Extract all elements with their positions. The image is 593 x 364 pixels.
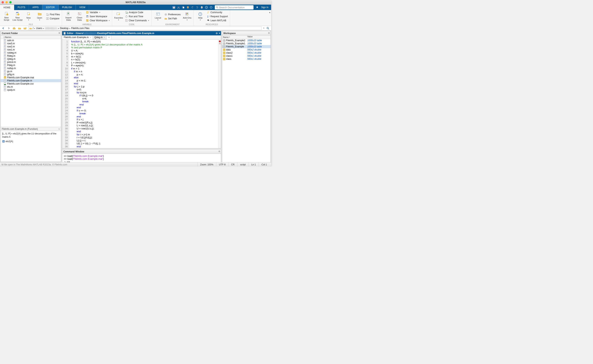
toolstrip-collapse-icon[interactable]: ▴ (269, 11, 270, 13)
statusbar-zoom[interactable]: Zoom: 100% (197, 162, 216, 167)
layout-button[interactable]: Layout▼ (153, 10, 163, 22)
new-button[interactable]: New▼ (23, 10, 34, 22)
close-tab-icon[interactable]: × (90, 36, 91, 39)
close-tab-icon[interactable]: × (104, 36, 105, 39)
addons-button[interactable]: Add-Ons▼ (182, 10, 193, 22)
nav-forward-icon[interactable] (7, 26, 11, 30)
add-tab-button[interactable]: + (107, 35, 111, 39)
preferences-button[interactable]: Preferences (164, 13, 182, 16)
svg-rect-70 (4, 61, 6, 63)
path-dropdown-icon[interactable]: ▼ (263, 27, 264, 29)
save-icon[interactable] (172, 5, 176, 9)
help-icon[interactable]: ? (204, 5, 209, 9)
settings-icon[interactable] (209, 5, 213, 9)
minimize-window-button[interactable] (5, 1, 8, 3)
undo-icon[interactable] (190, 5, 195, 9)
file-item[interactable]: elu.m (0, 85, 61, 88)
editor-close-icon[interactable]: × (219, 32, 220, 35)
panel-menu-icon[interactable]: ⊙ (268, 32, 270, 34)
error-marker[interactable] (219, 44, 221, 44)
request-support-link[interactable]: ?Request Support (206, 14, 229, 18)
editor-tab[interactable]: Qdeg.m× (93, 35, 107, 39)
tab-editor[interactable]: EDITOR (42, 5, 58, 10)
panel-menu-icon[interactable]: ⊙ (59, 32, 60, 34)
error-indicator-icon[interactable] (219, 40, 221, 42)
current-folder-column-header[interactable]: □ Name ▴ (0, 35, 61, 39)
file-item[interactable]: FileInfo.com Example.m (0, 79, 61, 82)
editor-tab[interactable]: FileInfo.com Example.m× (62, 35, 93, 39)
file-item[interactable]: soln.m (0, 39, 61, 42)
file-item[interactable]: cpoly.m (0, 88, 61, 91)
maximize-window-button[interactable] (9, 1, 12, 3)
statusbar-encoding[interactable]: UTF-8 (216, 162, 228, 167)
file-item[interactable]: row1.m (0, 48, 61, 51)
nav-up-folder-icon[interactable] (12, 26, 16, 30)
svg-rect-7 (188, 6, 188, 6)
path-search-icon[interactable] (266, 26, 270, 30)
file-item[interactable]: grfig.m (0, 73, 61, 76)
cut-icon[interactable] (176, 5, 181, 9)
file-item[interactable]: Rdeg.m (0, 54, 61, 58)
set-path-button[interactable]: Set Path (164, 17, 182, 20)
print-icon[interactable] (200, 5, 204, 9)
file-item[interactable]: FileInfo.com Example.mat (0, 76, 61, 79)
workspace-variable[interactable]: data560x2 double (222, 48, 270, 51)
file-item[interactable]: pvtcol.m (0, 60, 61, 64)
save-workspace-button[interactable]: Save Workspace (85, 14, 111, 18)
clear-commands-button[interactable]: Clear Commands ▼ (124, 19, 150, 22)
editor-menu-icon[interactable]: ⊙ (216, 32, 218, 35)
svg-rect-85 (223, 39, 225, 41)
workspace-columns[interactable]: Name ▾ Value (222, 35, 270, 39)
workspace-variable[interactable]: FileInfo_Example11000x10 table (222, 42, 270, 45)
workspace-variable[interactable]: FileInfo_Example1000x10 table (222, 45, 270, 48)
editor-body[interactable]: 1234567891011121314151617181920212223242… (62, 40, 221, 148)
nav-back-icon[interactable] (1, 26, 5, 30)
clean-data-button[interactable]: Clean Data (74, 10, 85, 22)
learn-matlab-link[interactable]: Learn MATLAB (206, 19, 229, 22)
statusbar-language[interactable]: script (237, 162, 249, 167)
file-item[interactable]: row2.m (0, 45, 61, 48)
compare-button[interactable]: Compare (45, 17, 61, 20)
workspace-variable[interactable]: class560x1 double (222, 58, 270, 60)
notifications-icon[interactable] (255, 5, 259, 9)
variable-dropdown[interactable]: Variable ▼ (85, 10, 111, 14)
tab-home[interactable]: HOME (0, 5, 14, 10)
panel-menu-icon[interactable]: ⊙ (218, 150, 220, 153)
tab-publish[interactable]: PUBLISH (59, 5, 76, 10)
find-files-button[interactable]: Find Files (45, 13, 61, 16)
search-documentation-input[interactable]: Search Documentation (215, 5, 254, 9)
analyze-code-button[interactable]: Analyze Code (124, 10, 150, 14)
file-item[interactable]: nullsp.m (0, 67, 61, 70)
close-window-button[interactable] (1, 1, 4, 3)
clear-workspace-button[interactable]: Clear Workspace ▼ (85, 19, 111, 22)
open-button[interactable]: Open▼ (34, 10, 45, 22)
new-script-button[interactable]: +New Script (1, 10, 12, 22)
nav-browse-icon[interactable] (23, 26, 27, 30)
detail-function-signature[interactable]: fxelu2(A) (2, 140, 60, 143)
copy-icon[interactable] (181, 5, 185, 9)
file-item[interactable]: Pdeg.m (0, 64, 61, 67)
sign-in-link[interactable]: Sign In (260, 6, 270, 9)
paste-icon[interactable] (186, 5, 190, 9)
workspace-variable[interactable]: class1560x1 double (222, 54, 270, 58)
new-live-script-button[interactable]: New Live Script (12, 10, 23, 22)
tab-apps[interactable]: APPS (29, 5, 42, 10)
help-button[interactable]: ?Help▼ (195, 10, 206, 22)
file-item[interactable]: FileInfo.com Example.csv (0, 82, 61, 85)
nav-folder-icon[interactable] (17, 26, 22, 30)
file-item[interactable]: Qdeg.m (0, 58, 61, 60)
tab-view[interactable]: VIEW (76, 5, 89, 10)
workspace-variable[interactable]: class2560x1 double (222, 51, 270, 54)
run-and-time-button[interactable]: Run and Time (124, 14, 150, 18)
community-link[interactable]: Community (206, 10, 229, 14)
file-item[interactable]: row3.m (0, 42, 61, 45)
tab-plots[interactable]: PLOTS (14, 5, 29, 10)
detail-header[interactable]: FileInfo.com Example.m (Function)⋁ (0, 127, 61, 131)
workspace-variable[interactable]: FileInfo_Example21000x10 table (222, 39, 270, 42)
import-data-button[interactable]: Import Data (63, 10, 74, 22)
redo-icon[interactable] (195, 5, 199, 9)
favorites-button[interactable]: Favorites▼ (113, 10, 124, 22)
file-item[interactable]: gs.m (0, 70, 61, 73)
file-item[interactable]: rotdeg.m (0, 51, 61, 54)
statusbar-eol[interactable]: CR (228, 162, 237, 167)
